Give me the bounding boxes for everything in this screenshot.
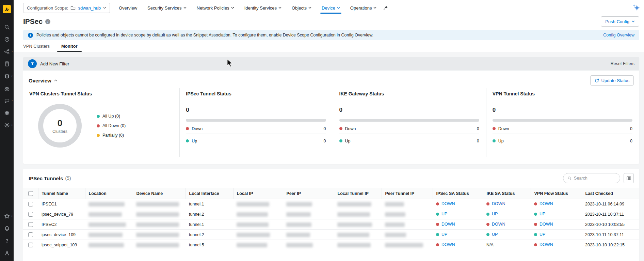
tab-monitor[interactable]: Monitor (57, 44, 82, 52)
notifications-bell-icon[interactable] (0, 222, 14, 234)
row-checkbox-cell (23, 230, 38, 240)
top-navigation: Configuration Scope: sdwan_hub Overview … (14, 0, 644, 16)
legend-item-all-up: All Up (0) (97, 114, 126, 119)
vpn-flow-status-link[interactable]: UP (534, 232, 545, 237)
filter-icon[interactable] (28, 59, 37, 68)
column-header-tunnel-name[interactable]: Tunnel Name (38, 188, 85, 199)
favorites-star-icon[interactable]: › (0, 210, 14, 222)
column-header-ike-sa-status[interactable]: IKE SA Status (483, 188, 531, 199)
row-checkbox[interactable] (28, 232, 33, 237)
nav-item-security-services[interactable]: Security Services (147, 0, 186, 16)
ike-sa-status-link[interactable]: DOWN (486, 201, 505, 206)
nav-item-operations[interactable]: Operations (350, 0, 377, 16)
apps-icon[interactable] (0, 107, 14, 119)
nav-item-label: Identity Services (244, 5, 277, 11)
app-logo[interactable] (0, 2, 14, 16)
page-title: IPSec (23, 17, 43, 26)
redacted-cell-device-name (133, 240, 186, 250)
up-label: Up (345, 139, 351, 143)
status-label: UP (540, 232, 545, 237)
column-header-local-interface[interactable]: Local Interface (186, 188, 233, 199)
cell-last-checked: 2023-10-11 06:14:09 (582, 199, 639, 209)
column-header-ipsec-sa-status[interactable]: IPSec SA Status (433, 188, 483, 199)
configuration-scope-selector[interactable]: Configuration Scope: sdwan_hub (23, 3, 110, 13)
help-icon[interactable] (0, 234, 14, 247)
nav-item-identity-services[interactable]: Identity Services (244, 0, 281, 16)
table-header-row: Tunnel Name Location Device Name Local I… (23, 188, 639, 199)
ipsec-sa-status-link[interactable]: DOWN (436, 201, 455, 206)
status-panels: VPN Clusters Tunnel Status 0 Clusters Al… (23, 88, 639, 164)
column-header-local-ip[interactable]: Local IP (233, 188, 283, 199)
nav-item-network-policies[interactable]: Network Policies (197, 0, 234, 16)
legend-item-all-down: All Down (0) (97, 123, 126, 128)
redacted-cell-local-tunnel-ip (334, 240, 382, 250)
status-dot (436, 233, 439, 236)
cell-tunnel-name: IPSEC2 (38, 219, 85, 230)
select-all-header (23, 188, 38, 199)
add-new-filter-button[interactable]: Add New Filter (40, 61, 69, 66)
column-header-peer-ip[interactable]: Peer IP (283, 188, 334, 199)
column-header-vpn-flow-status[interactable]: VPN Flow Status (531, 188, 582, 199)
cell-tunnel-name: ipsec_device_109 (38, 230, 85, 240)
nav-item-overview[interactable]: Overview (119, 0, 137, 16)
vpn-flow-status-link[interactable]: DOWN (534, 201, 553, 206)
settings-gear-icon[interactable]: › (0, 119, 14, 131)
reset-filters-button[interactable]: Reset Filters (611, 61, 634, 66)
down-label: Down (345, 126, 356, 131)
row-checkbox[interactable] (28, 243, 33, 247)
push-config-button[interactable]: Push Config (601, 16, 639, 27)
column-header-location[interactable]: Location (85, 188, 133, 199)
overview-section-toggle[interactable]: Overview (29, 78, 57, 83)
update-status-button[interactable]: Update Status (590, 75, 634, 86)
nav-item-device[interactable]: Device (322, 0, 340, 16)
tab-vpn-clusters[interactable]: VPN Clusters (19, 44, 54, 52)
column-header-peer-tunnel-ip[interactable]: Peer Tunnel IP (382, 188, 433, 199)
column-header-last-checked[interactable]: Last Checked (582, 188, 639, 199)
down-label: Down (498, 126, 509, 131)
search-input[interactable] (574, 176, 616, 181)
radar-icon[interactable] (0, 33, 14, 45)
vpn-tunnel-status-panel: VPN Tunnel Status 0 Down 0 Up 0 (486, 88, 639, 157)
ike-sa-status-link[interactable]: N/A (486, 243, 494, 247)
chat-icon[interactable]: › (0, 94, 14, 107)
search-icon (567, 176, 571, 181)
vpn-flow-status-link[interactable]: DOWN (534, 242, 553, 247)
down-value: 0 (324, 126, 326, 131)
ipsec-sa-status-link[interactable]: DOWN (436, 242, 455, 247)
vpn-flow-status-link[interactable]: DOWN (534, 222, 553, 227)
redacted-cell-local-ip (233, 230, 283, 240)
journal-icon[interactable] (0, 58, 14, 70)
column-header-local-tunnel-ip[interactable]: Local Tunnel IP (334, 188, 382, 199)
select-all-checkbox[interactable] (28, 191, 33, 196)
ipsec-sa-status-link[interactable]: UP (436, 212, 447, 216)
account-icon[interactable] (0, 247, 14, 259)
ike-sa-status-link[interactable]: UP (486, 212, 498, 216)
nav-item-label: Device (322, 5, 335, 11)
row-checkbox[interactable] (28, 202, 33, 206)
ipsec-sa-status-link[interactable]: DOWN (436, 222, 455, 227)
column-picker-button[interactable] (624, 173, 634, 183)
column-header-device-name[interactable]: Device Name (133, 188, 186, 199)
info-icon[interactable]: i (45, 19, 50, 24)
binoculars-icon[interactable] (0, 82, 14, 94)
pin-icon[interactable] (383, 5, 388, 10)
push-config-label: Push Config (605, 19, 629, 24)
redacted-cell-local-ip (233, 240, 283, 250)
search-icon[interactable] (0, 21, 14, 33)
row-checkbox[interactable] (28, 212, 33, 217)
redacted-cell-peer-tunnel-ip (382, 199, 433, 209)
config-overview-link[interactable]: Config Overview (603, 33, 634, 37)
panel-total: 0 (493, 107, 632, 113)
ai-copilot-icon[interactable] (632, 3, 641, 12)
chevron-right-icon: › (12, 50, 13, 53)
ike-sa-status-link[interactable]: UP (486, 232, 498, 237)
hierarchy-icon[interactable]: › (0, 45, 14, 58)
nav-item-objects[interactable]: Objects (292, 0, 311, 16)
redacted-cell-peer-tunnel-ip (382, 230, 433, 240)
ike-sa-status-link[interactable]: DOWN (486, 222, 505, 227)
ipsec-sa-status-link[interactable]: UP (436, 232, 447, 237)
ipsec-tunnels-table: Tunnel Name Location Device Name Local I… (23, 188, 639, 250)
row-checkbox[interactable] (28, 222, 33, 227)
layers-icon[interactable]: › (0, 70, 14, 82)
vpn-flow-status-link[interactable]: UP (534, 212, 545, 216)
